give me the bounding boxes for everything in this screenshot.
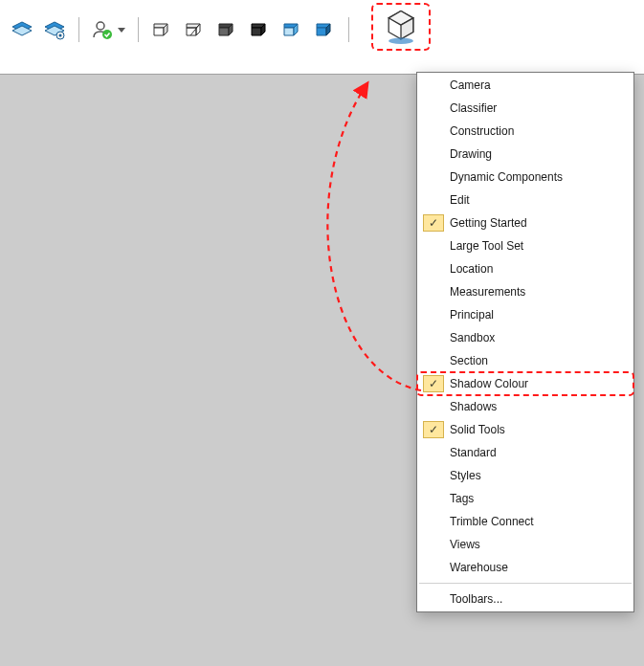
menu-item[interactable]: Large Tool Set xyxy=(417,234,633,257)
menu-item[interactable]: ✓Shadow Colour xyxy=(417,372,633,395)
menu-item[interactable]: ✓Getting Started xyxy=(417,211,633,234)
check-icon xyxy=(423,283,444,300)
check-icon xyxy=(423,145,444,163)
menu-item-label: Dynamic Components xyxy=(450,166,622,189)
menu-item[interactable]: Construction xyxy=(417,120,633,143)
menu-item-label: Principal xyxy=(450,303,622,326)
menu-item-label: Location xyxy=(450,257,622,280)
check-icon xyxy=(423,467,444,484)
menu-item[interactable]: Classifier xyxy=(417,97,633,120)
menu-item[interactable]: Camera xyxy=(417,74,633,97)
check-icon xyxy=(423,260,444,278)
menu-item-label: Construction xyxy=(450,120,622,143)
svg-point-9 xyxy=(389,37,413,43)
section-display-icon[interactable] xyxy=(180,15,209,44)
check-icon: ✓ xyxy=(423,214,444,232)
menu-item[interactable]: Principal xyxy=(417,303,633,326)
menu-item[interactable]: Measurements xyxy=(417,280,633,303)
menu-item-label: Warehouse xyxy=(450,556,622,579)
menu-item[interactable]: Location xyxy=(417,257,633,280)
menu-item-label: Getting Started xyxy=(450,211,622,234)
section-cut-icon[interactable] xyxy=(212,15,241,44)
menu-item-label: Large Tool Set xyxy=(450,234,622,257)
toolbar-row xyxy=(0,0,644,61)
toolbar-separator xyxy=(77,15,80,44)
menu-item-toolbars[interactable]: Toolbars... xyxy=(417,588,633,610)
section-blue-b-icon[interactable] xyxy=(310,15,339,44)
section-fill-icon[interactable] xyxy=(245,15,274,44)
check-icon xyxy=(423,513,444,530)
menu-item-label: Styles xyxy=(450,464,622,487)
check-icon: ✓ xyxy=(423,375,444,392)
toolbar-separator xyxy=(136,15,140,44)
menu-item[interactable]: Styles xyxy=(417,464,633,487)
menu-item[interactable]: Trimble Connect xyxy=(417,510,633,533)
menu-item-label: Shadow Colour xyxy=(450,372,622,395)
check-icon xyxy=(423,122,444,140)
menu-item-label: Toolbars... xyxy=(450,588,622,610)
menu-item-label: Tags xyxy=(450,487,622,510)
user-approved-icon[interactable] xyxy=(88,15,128,44)
check-icon xyxy=(423,100,444,117)
menu-item[interactable]: Sandbox xyxy=(417,326,633,349)
check-icon xyxy=(423,590,444,608)
menu-item[interactable]: Warehouse xyxy=(417,556,633,579)
main-toolbar xyxy=(0,0,644,75)
check-icon xyxy=(423,329,444,346)
menu-item-label: Standard xyxy=(450,441,622,464)
menu-item-label: Edit xyxy=(450,189,622,211)
svg-point-5 xyxy=(59,34,62,37)
menu-item[interactable]: Dynamic Components xyxy=(417,166,633,189)
menu-item-label: Solid Tools xyxy=(450,418,622,441)
check-icon: ✓ xyxy=(423,421,444,438)
svg-point-6 xyxy=(97,22,104,30)
svg-point-7 xyxy=(102,30,112,39)
menu-item[interactable]: Views xyxy=(417,533,633,556)
plugin-cube-icon[interactable] xyxy=(371,3,431,51)
menu-item-label: Views xyxy=(450,533,622,556)
check-icon xyxy=(423,168,444,186)
menu-item[interactable]: Standard xyxy=(417,441,633,464)
toolbar-separator xyxy=(346,15,350,44)
check-icon xyxy=(423,536,444,553)
menu-item[interactable]: Shadows xyxy=(417,395,633,418)
menu-separator xyxy=(419,583,632,584)
menu-item-label: Classifier xyxy=(450,97,622,120)
menu-item[interactable]: Edit xyxy=(417,189,633,211)
menu-item[interactable]: Drawing xyxy=(417,143,633,166)
check-icon xyxy=(423,352,444,369)
menu-item[interactable]: Section xyxy=(417,349,633,372)
menu-item[interactable]: Tags xyxy=(417,487,633,510)
menu-item-label: Drawing xyxy=(450,143,622,166)
section-blue-a-icon[interactable] xyxy=(278,15,306,44)
toolbars-context-menu: CameraClassifierConstructionDrawingDynam… xyxy=(416,72,634,612)
menu-item-label: Trimble Connect xyxy=(450,510,622,533)
section-plane-icon[interactable] xyxy=(147,15,176,44)
layers-visible-icon[interactable] xyxy=(8,15,36,44)
menu-item-label: Sandbox xyxy=(450,326,622,349)
check-icon xyxy=(423,77,444,94)
check-icon xyxy=(423,490,444,507)
chevron-down-icon xyxy=(118,28,125,33)
menu-item-label: Section xyxy=(450,349,622,372)
check-icon xyxy=(423,444,444,461)
layers-settings-icon[interactable] xyxy=(40,15,69,44)
check-icon xyxy=(423,191,444,209)
check-icon xyxy=(423,559,444,576)
menu-item-label: Camera xyxy=(450,74,622,97)
check-icon xyxy=(423,398,444,415)
menu-item[interactable]: ✓Solid Tools xyxy=(417,418,633,441)
check-icon xyxy=(423,306,444,323)
menu-item-label: Measurements xyxy=(450,280,622,303)
check-icon xyxy=(423,237,444,255)
menu-item-label: Shadows xyxy=(450,395,622,418)
